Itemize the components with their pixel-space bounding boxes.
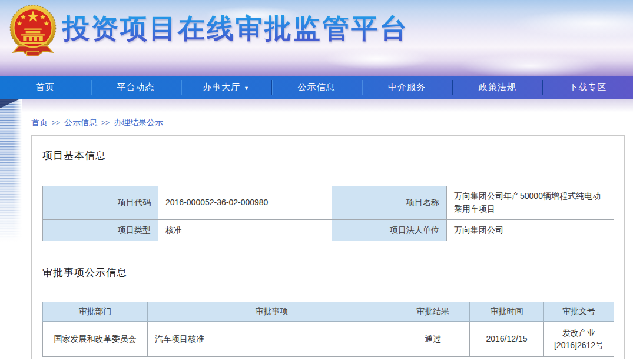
- nav-item-label: 平台动态: [117, 82, 154, 93]
- field-value-project-type: 核准: [158, 220, 332, 241]
- cell-approval-department: 国家发展和改革委员会: [43, 322, 148, 357]
- nav-item-service-hall[interactable]: 办事大厅 ▼: [181, 76, 271, 99]
- nav-item-downloads[interactable]: 下载专区: [542, 76, 633, 99]
- column-header-approval-department: 审批部门: [43, 302, 148, 322]
- main-nav: 首页 平台动态 办事大厅 ▼ 公示信息 中介服务 政策法规 下载专区: [0, 76, 633, 99]
- table-row: 国家发展和改革委员会 汽车项目核准 通过 2016/12/15 发改产业 [20…: [43, 322, 614, 357]
- content-card: 项目基本信息 项目代码 2016-000052-36-02-000980 项目名…: [31, 135, 625, 359]
- left-sky-strip: [0, 99, 22, 258]
- breadcrumb-result-publicity-link[interactable]: 办理结果公示: [114, 118, 163, 128]
- column-header-approval-result: 审批结果: [396, 302, 470, 322]
- breadcrumb: 首页 >> 公示信息 >> 办理结果公示: [31, 118, 163, 128]
- project-basic-info-table: 项目代码 2016-000052-36-02-000980 项目名称 万向集团公…: [42, 186, 614, 241]
- nav-item-label: 中介服务: [388, 82, 426, 93]
- nav-item-label: 首页: [36, 82, 55, 93]
- nav-item-platform-news[interactable]: 平台动态: [91, 76, 181, 99]
- field-label-project-type: 项目类型: [43, 220, 158, 241]
- nav-item-label: 办事大厅: [203, 82, 240, 93]
- column-header-approval-time: 审批时间: [470, 302, 544, 322]
- nav-item-policies[interactable]: 政策法规: [452, 76, 543, 99]
- field-value-project-code: 2016-000052-36-02-000980: [158, 186, 332, 220]
- nav-item-home[interactable]: 首页: [0, 76, 91, 99]
- left-sky-wedge: [0, 99, 20, 108]
- approval-items-table: 审批部门 审批事项 审批结果 审批时间 审批文号 国家发展和改革委员会 汽车项目…: [42, 302, 614, 357]
- section-title-approval-publicity: 审批事项公示信息: [42, 266, 614, 285]
- table-row: 项目类型 核准 项目法人单位 万向集团公司: [43, 220, 614, 241]
- column-header-approval-item: 审批事项: [148, 302, 396, 322]
- column-header-approval-doc-number: 审批文号: [544, 302, 614, 322]
- field-label-project-name: 项目名称: [332, 186, 447, 220]
- table-row: 项目代码 2016-000052-36-02-000980 项目名称 万向集团公…: [43, 186, 614, 220]
- site-header: 投资项目在线审批监管平台: [0, 0, 633, 76]
- nav-item-intermediary-services[interactable]: 中介服务: [362, 76, 452, 99]
- section-title-project-basic-info: 项目基本信息: [42, 149, 614, 168]
- cell-approval-time: 2016/12/15: [470, 322, 544, 357]
- cell-approval-result: 通过: [396, 322, 470, 357]
- field-label-legal-entity: 项目法人单位: [332, 220, 447, 241]
- cell-approval-doc-number: 发改产业 [2016]2612号: [544, 322, 614, 357]
- nav-item-label: 公示信息: [298, 82, 336, 93]
- breadcrumb-separator: >>: [52, 119, 60, 127]
- cell-approval-item: 汽车项目核准: [148, 322, 396, 357]
- field-value-project-name: 万向集团公司年产50000辆增程式纯电动乘用车项目: [447, 186, 614, 220]
- table-header-row: 审批部门 审批事项 审批结果 审批时间 审批文号: [43, 302, 614, 322]
- breadcrumb-home-link[interactable]: 首页: [31, 118, 48, 128]
- nav-item-label: 下载专区: [569, 82, 607, 93]
- nav-item-public-info[interactable]: 公示信息: [271, 76, 362, 99]
- under-nav-gradient: [0, 99, 633, 113]
- chevron-down-icon: ▼: [244, 85, 250, 91]
- site-title: 投资项目在线审批监管平台: [62, 8, 409, 49]
- nav-item-label: 政策法规: [479, 82, 516, 93]
- field-value-legal-entity: 万向集团公司: [447, 220, 614, 241]
- breadcrumb-public-info-link[interactable]: 公示信息: [64, 118, 97, 128]
- field-label-project-code: 项目代码: [43, 186, 158, 220]
- china-national-emblem-icon: [7, 4, 59, 58]
- breadcrumb-separator: >>: [101, 119, 110, 127]
